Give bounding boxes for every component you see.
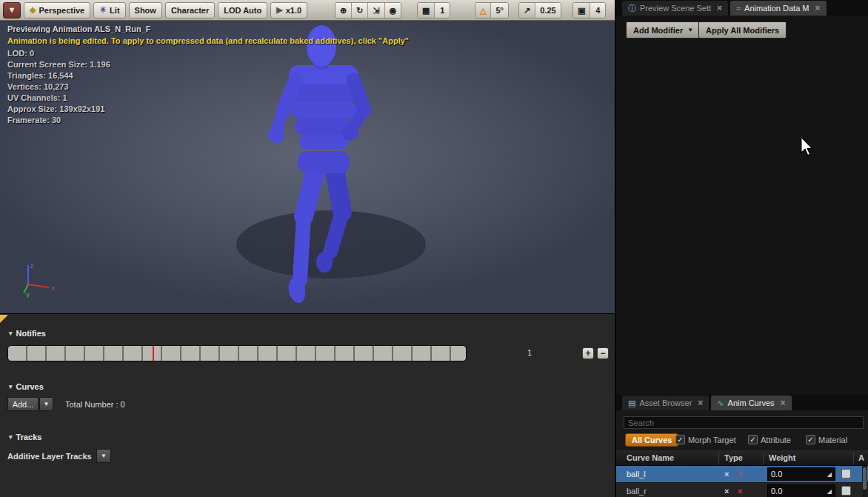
stat-screen-size: Current Screen Size: 1.196 xyxy=(7,60,110,69)
stat-triangles: Triangles: 16,544 xyxy=(7,71,73,80)
right-bottom-tabbar: ▤ Asset Browser × ∿ Anim Curves × xyxy=(616,395,868,410)
character-button[interactable]: Character xyxy=(165,2,215,19)
rotate-tool-button[interactable]: ↻ xyxy=(352,3,368,18)
remove-notify-track-button[interactable]: − xyxy=(597,347,609,359)
lit-mode-button[interactable]: ☀ Lit xyxy=(93,2,125,19)
drag-handle-icon[interactable]: ◢ xyxy=(827,488,832,495)
chevron-down-icon: ▼ xyxy=(687,27,693,33)
3d-viewport[interactable]: Previewing Animation ALS_N_Run_F Animati… xyxy=(0,21,615,313)
lit-icon: ☀ xyxy=(99,6,107,14)
morph-target-filter-label: Morph Target xyxy=(688,436,736,444)
tab-asset-browser[interactable]: ▤ Asset Browser × xyxy=(622,396,709,410)
col-auto[interactable]: A xyxy=(858,453,864,462)
rotation-snap-value-button[interactable]: 5° xyxy=(491,3,508,18)
curve-list-scrollbar[interactable] xyxy=(862,466,867,497)
playback-speed-button[interactable]: ▶ x1.0 xyxy=(270,2,307,19)
tab-preview-scene-settings[interactable]: ⓘ Preview Scene Sett × xyxy=(622,1,728,16)
perspective-icon: ◈ xyxy=(30,6,36,14)
scale-snap-toggle[interactable]: ↗ xyxy=(519,3,535,18)
character-label: Character xyxy=(171,6,209,15)
chevron-down-icon: ▼ xyxy=(8,6,16,14)
add-notify-track-button[interactable]: + xyxy=(582,347,594,359)
morph-type-cross-icon: × xyxy=(724,470,729,478)
weight-input[interactable]: 0.0 ◢ xyxy=(767,484,835,497)
perspective-button[interactable]: ◈ Perspective xyxy=(24,2,90,19)
all-curves-filter-button[interactable]: All Curves xyxy=(625,433,678,447)
col-curve-name[interactable]: Curve Name xyxy=(627,453,674,462)
curves-section-header[interactable]: ▾ Curves xyxy=(9,382,44,391)
grid-icon: ▦ xyxy=(422,6,430,16)
auto-checkbox[interactable] xyxy=(841,469,851,478)
curve-name: ball_l xyxy=(627,470,646,478)
add-modifier-button[interactable]: Add Modifier ▼ xyxy=(626,21,701,39)
stat-approx-size: Approx Size: 139x92x191 xyxy=(7,104,104,113)
auto-checkbox[interactable] xyxy=(841,486,851,496)
scale-icon: ⇲ xyxy=(373,6,379,16)
col-type[interactable]: Type xyxy=(724,453,743,462)
close-icon[interactable]: × xyxy=(698,398,703,408)
morph-target-checkbox[interactable]: ✓ xyxy=(675,435,685,444)
column-divider[interactable] xyxy=(718,452,719,464)
rotate-icon: ↻ xyxy=(356,6,363,16)
material-checkbox[interactable]: ✓ xyxy=(806,435,815,444)
close-icon[interactable]: × xyxy=(815,3,821,13)
notify-track-timeline[interactable] xyxy=(7,345,467,361)
tab-anim-curves[interactable]: ∿ Anim Curves × xyxy=(711,396,791,410)
curve-search-input[interactable] xyxy=(624,416,864,429)
attribute-checkbox[interactable]: ✓ xyxy=(748,435,758,444)
scale-snap-value-button[interactable]: 0.25 xyxy=(535,3,560,18)
morph-type-cross-icon: × xyxy=(724,487,729,496)
all-curves-label: All Curves xyxy=(632,436,672,444)
tab-animation-data-modifiers[interactable]: ≈ Animation Data M × xyxy=(730,1,827,16)
timeline-playhead[interactable] xyxy=(153,346,154,361)
minus-icon: − xyxy=(600,349,605,358)
additive-layer-tracks-dropdown[interactable]: ▼ xyxy=(96,449,111,463)
animation-data-modifiers-panel: ⓘ Preview Scene Sett × ≈ Animation Data … xyxy=(616,0,868,395)
add-curve-button[interactable]: Add... xyxy=(7,397,39,411)
right-top-tabbar: ⓘ Preview Scene Sett × ≈ Animation Data … xyxy=(616,0,868,16)
coordinate-system-button[interactable]: ◉ xyxy=(385,3,401,18)
apply-all-modifiers-button[interactable]: Apply All Modifiers xyxy=(698,21,787,39)
collapse-arrow-icon: ▾ xyxy=(9,383,13,390)
viewport-options-button[interactable]: ▼ xyxy=(3,2,21,19)
curve-row-ball-r[interactable]: ball_r × × 0.0 ◢ xyxy=(616,483,868,497)
grid-snap-value-button[interactable]: 1 xyxy=(435,3,450,18)
rotation-snap-value: 5° xyxy=(495,6,504,15)
curve-row-ball-l[interactable]: ball_l × × 0.0 ◢ xyxy=(616,466,868,482)
check-icon: ✓ xyxy=(677,436,683,444)
grid-snap-group: ▦ 1 xyxy=(417,2,450,19)
check-icon: ✓ xyxy=(750,436,755,444)
show-label: Show xyxy=(135,6,156,15)
tracks-section-header[interactable]: ▾ Tracks xyxy=(9,433,41,441)
z-axis-label: z xyxy=(30,262,34,270)
move-tool-button[interactable]: ⊕ xyxy=(335,3,352,18)
camera-speed-button[interactable]: ▣ xyxy=(573,3,590,18)
anim-curves-panel: ▤ Asset Browser × ∿ Anim Curves × All Cu… xyxy=(616,395,868,497)
show-button[interactable]: Show xyxy=(129,2,162,19)
notify-track-count: 1 xyxy=(511,348,548,357)
grid-snap-toggle[interactable]: ▦ xyxy=(418,3,435,18)
column-divider[interactable] xyxy=(763,452,764,464)
add-curve-dropdown-button[interactable]: ▼ xyxy=(39,397,53,411)
rotation-snap-group: △ 5° xyxy=(475,2,509,19)
rotation-snap-toggle[interactable]: △ xyxy=(475,3,491,18)
scrollbar-thumb[interactable] xyxy=(863,467,867,490)
animation-editor-window: ▼ ◈ Perspective ☀ Lit Show Character LOD… xyxy=(0,0,868,497)
close-icon[interactable]: × xyxy=(781,398,786,408)
scale-tool-button[interactable]: ⇲ xyxy=(368,3,384,18)
angle-icon: △ xyxy=(480,6,486,16)
chevron-down-icon: ▼ xyxy=(44,401,50,407)
x-axis-label: x xyxy=(51,284,55,292)
camera-speed-value-button[interactable]: 4 xyxy=(590,3,605,18)
close-icon[interactable]: × xyxy=(717,3,722,13)
mouse-cursor xyxy=(801,137,814,156)
col-weight[interactable]: Weight xyxy=(769,453,795,462)
axis-gizmo: z x y xyxy=(16,259,61,298)
anim-detail-panel: ▾ Notifies 1 + − ▾ Curves Add... ▼ xyxy=(0,313,615,497)
camera-icon: ▣ xyxy=(578,6,585,16)
notifies-section-header[interactable]: ▾ Notifies xyxy=(9,329,46,338)
weight-input[interactable]: 0.0 ◢ xyxy=(767,467,835,481)
lod-auto-button[interactable]: LOD Auto xyxy=(218,2,267,19)
drag-handle-icon[interactable]: ◢ xyxy=(827,471,832,478)
column-divider[interactable] xyxy=(853,452,854,464)
